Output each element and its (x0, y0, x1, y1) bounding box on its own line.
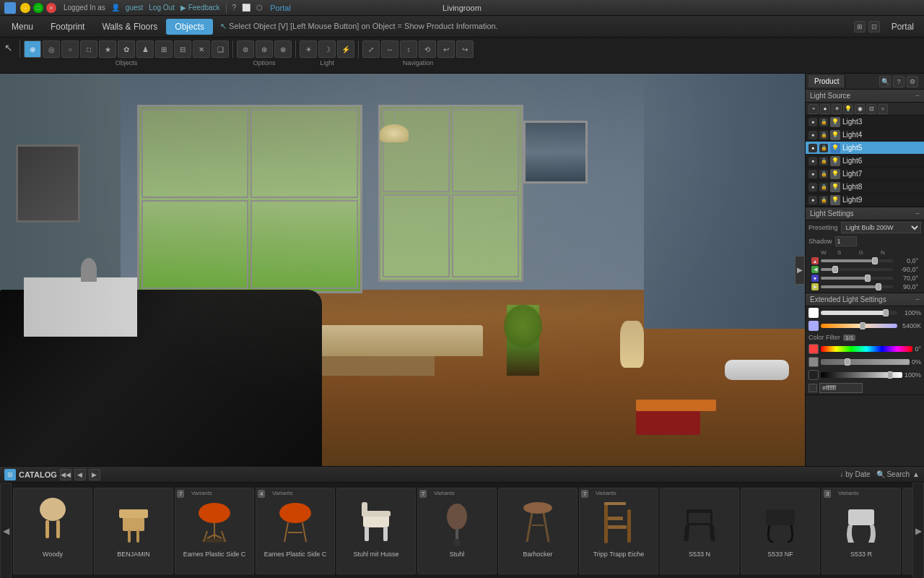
catalog-item-barhocker[interactable]: Barhocker (498, 488, 578, 574)
ext-slider-intensity[interactable] (821, 311, 897, 315)
catalog-search[interactable]: 🔍 Search (876, 470, 910, 478)
catalog-nav-prev[interactable]: ◀ (74, 469, 86, 480)
light5-lock[interactable]: 🔒 (819, 144, 828, 152)
sat-slider[interactable] (821, 359, 910, 365)
panel-icon-question[interactable]: ? (893, 76, 905, 87)
light7-lock[interactable]: 🔒 (819, 170, 828, 178)
light9-eye[interactable]: ● (808, 196, 817, 204)
light7-eye[interactable]: ● (808, 170, 817, 178)
catalog-nav-next[interactable]: ▶ (89, 469, 100, 480)
username[interactable]: guest (126, 4, 143, 12)
catalog-item-eames1[interactable]: 7 Variants Eames Plastic Side C (175, 488, 254, 574)
toolbar-btn-redo[interactable]: ↪ (456, 40, 474, 58)
window-maximize[interactable]: □ (33, 3, 43, 13)
menu-item-menu[interactable]: Menu (3, 19, 42, 35)
light-settings-header[interactable]: Light Settings − (806, 207, 924, 220)
catalog-item-s533nf[interactable]: S533 NF (741, 488, 820, 574)
hue-swatch[interactable] (808, 344, 819, 354)
light9-lock[interactable]: 🔒 (819, 196, 828, 204)
light3-lock[interactable]: 🔒 (819, 118, 828, 126)
menu-item-walls-floors[interactable]: Walls & Floors (93, 19, 166, 35)
light3-eye[interactable]: ● (808, 118, 817, 126)
panel-icon-settings[interactable]: ⚙ (907, 76, 918, 87)
catalog-item-eames2[interactable]: 4 Variants Eames Plastic Side C (256, 488, 335, 574)
logout-link[interactable]: Log Out (149, 4, 175, 12)
light-add-icon[interactable]: + (808, 104, 819, 114)
light-item-light3[interactable]: ● 🔒 💡 Light3 (806, 116, 924, 129)
extended-collapse[interactable]: − (915, 296, 920, 303)
light-item-light6[interactable]: ● 🔒 💡 Light6 (806, 155, 924, 168)
menu-item-objects[interactable]: Objects (166, 19, 213, 35)
menu-item-footprint[interactable]: Footprint (42, 19, 93, 35)
light-sun-icon[interactable]: ☀ (832, 104, 842, 114)
light-source-header[interactable]: Light Source − (806, 90, 924, 103)
feedback-link[interactable]: ▶ Feedback (180, 4, 220, 12)
catalog-scroll-left[interactable]: ◀ (0, 483, 12, 578)
toolbar-btn-nav1[interactable]: ⤢ (362, 40, 380, 58)
portal-label[interactable]: Portal (270, 4, 291, 12)
val-swatch[interactable] (808, 370, 819, 380)
catalog-expand[interactable]: ▲ (912, 470, 920, 478)
portal-btn[interactable]: Portal (884, 19, 921, 35)
catalog-item-woody[interactable]: Woody (13, 488, 92, 574)
panel-tab-product[interactable]: Product (808, 75, 845, 87)
toolbar-btn-light3[interactable]: ⚡ (337, 40, 354, 58)
toolbar-btn-copy[interactable]: ❏ (212, 40, 229, 58)
light-bulb-icon[interactable]: 💡 (843, 104, 853, 114)
window-close[interactable]: × (46, 3, 56, 13)
catalog-item-stuhl[interactable]: 7 Variants Stuhl (417, 488, 497, 574)
toolbar-btn-delete[interactable]: ✕ (193, 40, 210, 58)
toolbar-btn-nav3[interactable]: ↕ (400, 40, 417, 58)
toolbar-btn-light2[interactable]: ☽ (318, 40, 336, 58)
ext-slider-colortemp[interactable] (821, 324, 897, 328)
catalog-sort[interactable]: ↓ by Date (840, 470, 870, 478)
toolbar-btn-opt1[interactable]: ⊚ (237, 40, 254, 58)
light-spot-icon[interactable]: ◉ (855, 104, 865, 114)
toolbar-btn-opt3[interactable]: ⊗ (274, 40, 292, 58)
toolbar-btn-select[interactable]: ⊕ (24, 40, 41, 58)
light-item-light8[interactable]: ● 🔒 💡 Light8 (806, 181, 924, 194)
toolbar-btn-undo[interactable]: ↩ (437, 40, 455, 58)
toolbar-btn-light1[interactable]: ☀ (300, 40, 317, 58)
view-btn-1[interactable]: ⊞ (854, 21, 866, 33)
light-env-icon[interactable]: ○ (878, 104, 888, 114)
slider-bar-w[interactable] (821, 259, 893, 262)
light-settings-collapse[interactable]: − (915, 210, 920, 217)
toolbar-btn-plant[interactable]: ✿ (118, 40, 135, 58)
extended-light-header[interactable]: Extended Light Settings − (806, 293, 924, 306)
sat-swatch[interactable] (808, 357, 819, 367)
catalog-item-stuhl-husse[interactable]: Stuhl mit Husse (336, 488, 416, 574)
shadow-input[interactable] (835, 236, 857, 246)
catalog-item-s533r[interactable]: 3 Variants S533 R (821, 488, 901, 574)
toolbar-btn-sphere[interactable]: ○ (61, 40, 79, 58)
toolbar-btn-opt2[interactable]: ⊛ (256, 40, 273, 58)
catalog-nav-first[interactable]: ◀◀ (60, 469, 71, 480)
slider-bar-n[interactable] (821, 285, 893, 288)
light-item-light5[interactable]: ● 🔒 💡 Light5 (806, 142, 924, 155)
slider-bar-s[interactable] (821, 268, 893, 271)
light4-lock[interactable]: 🔒 (819, 131, 828, 139)
light8-eye[interactable]: ● (808, 183, 817, 191)
val-slider[interactable] (821, 372, 902, 378)
light-item-light7[interactable]: ● 🔒 💡 Light7 (806, 168, 924, 181)
toolbar-btn-orbit[interactable]: ◎ (43, 40, 60, 58)
catalog-scroll-right[interactable]: ▶ (912, 483, 924, 578)
hex-input[interactable] (819, 383, 863, 393)
light8-lock[interactable]: 🔒 (819, 183, 828, 191)
help-link[interactable]: ? (232, 4, 237, 12)
view-btn-2[interactable]: ⊡ (868, 21, 880, 33)
light4-eye[interactable]: ● (808, 131, 817, 139)
panel-icon-search[interactable]: 🔍 (879, 76, 891, 87)
toolbar-btn-nav2[interactable]: ↔ (381, 40, 398, 58)
catalog-item-tripp[interactable]: 7 Variants Tripp Trapp Eiche (579, 488, 658, 574)
toolbar-btn-array[interactable]: ⊟ (174, 40, 191, 58)
toolbar-btn-nav4[interactable]: ⟲ (419, 40, 436, 58)
presetting-select[interactable]: Light Bulb 200W (841, 222, 921, 233)
light-source-collapse[interactable]: − (915, 92, 920, 100)
window-minimize[interactable]: − (20, 3, 30, 13)
catalog-item-s533n[interactable]: S533 N (660, 488, 739, 574)
light6-lock[interactable]: 🔒 (819, 157, 828, 165)
catalog-item-benjamin[interactable]: BENJAMIN (94, 488, 173, 574)
light-item-light4[interactable]: ● 🔒 💡 Light4 (806, 129, 924, 142)
toolbar-btn-multi[interactable]: ⊞ (155, 40, 173, 58)
